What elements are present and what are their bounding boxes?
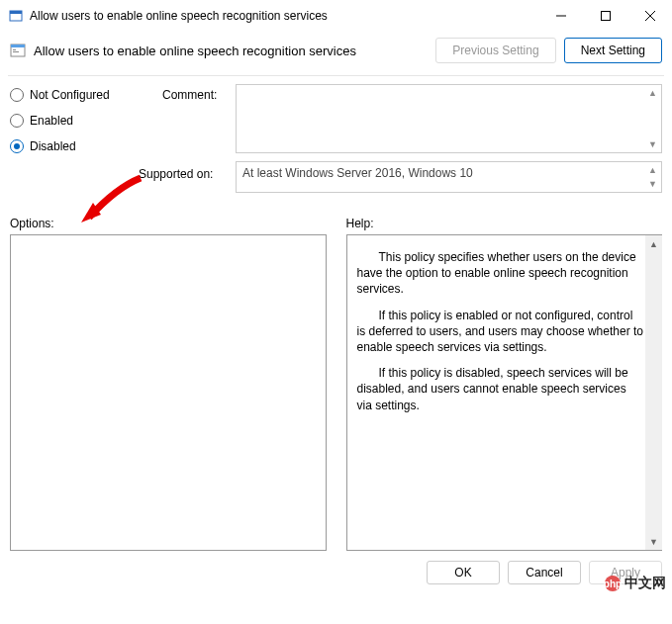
policy-title: Allow users to enable online speech reco… [34,44,428,58]
watermark: php 中文网 [605,575,666,592]
options-pane[interactable] [10,234,327,551]
window-controls [538,0,672,32]
help-scrollbar[interactable]: ▲ ▼ [645,235,662,550]
svg-rect-7 [11,45,25,47]
previous-setting-button[interactable]: Previous Setting [435,38,555,63]
pane-labels: Options: Help: [0,201,672,234]
watermark-text: 中文网 [624,575,666,592]
supported-scrollbar[interactable]: ▲ ▼ [645,163,660,191]
cancel-button[interactable]: Cancel [508,561,581,584]
help-paragraph-3: If this policy is disabled, speech servi… [357,365,644,413]
scroll-up-icon[interactable]: ▲ [645,86,660,100]
supported-on-textarea[interactable]: At least Windows Server 2016, Windows 10… [236,161,662,193]
radio-not-configured-label: Not Configured [30,88,110,102]
next-setting-button[interactable]: Next Setting [564,38,662,63]
subheader: Allow users to enable online speech reco… [0,32,672,75]
supported-on-value: At least Windows Server 2016, Windows 10 [237,162,661,192]
title-bar: Allow users to enable online speech reco… [0,0,672,32]
options-label: Options: [10,217,327,230]
radio-not-configured[interactable]: Not Configured [10,88,158,102]
radio-disabled[interactable]: Disabled [10,139,158,153]
options-content [11,235,326,259]
svg-rect-1 [10,11,22,14]
scroll-down-icon[interactable]: ▼ [645,533,662,550]
scroll-down-icon[interactable]: ▼ [645,177,660,191]
panes: This policy specifies whether users on t… [0,234,672,551]
help-content: This policy specifies whether users on t… [347,235,662,433]
supported-on-label: Supported on: [139,161,232,181]
comment-scrollbar[interactable]: ▲ ▼ [645,86,660,151]
svg-rect-9 [13,51,19,52]
svg-rect-3 [601,12,610,21]
ok-button[interactable]: OK [427,561,500,584]
help-paragraph-1: This policy specifies whether users on t… [357,249,644,298]
config-grid: Not Configured Enabled Disabled Comment:… [0,76,672,201]
scroll-down-icon[interactable]: ▼ [645,137,660,151]
comment-textarea[interactable]: ▲ ▼ [236,84,662,153]
radio-enabled[interactable]: Enabled [10,114,158,128]
svg-rect-8 [13,49,16,50]
watermark-logo: php [605,576,621,591]
window-title: Allow users to enable online speech reco… [30,9,538,23]
help-paragraph-2: If this policy is enabled or not configu… [357,308,644,356]
comment-label: Comment: [162,84,232,102]
scroll-up-icon[interactable]: ▲ [645,163,660,177]
help-pane: This policy specifies whether users on t… [346,234,663,551]
help-label: Help: [346,217,663,230]
state-radios: Not Configured Enabled Disabled [10,84,158,153]
window-icon [8,8,24,24]
comment-value [237,85,661,152]
close-button[interactable] [627,0,672,32]
policy-icon [10,43,26,58]
radio-disabled-label: Disabled [30,139,76,153]
footer-buttons: OK Cancel Apply [0,551,672,594]
maximize-button[interactable] [583,0,627,32]
minimize-button[interactable] [538,0,583,32]
scroll-up-icon[interactable]: ▲ [645,235,662,252]
radio-enabled-label: Enabled [30,114,73,128]
